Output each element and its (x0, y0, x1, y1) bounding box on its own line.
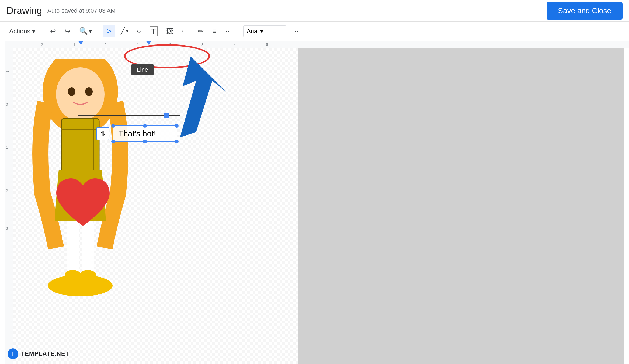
ruler-top: -2 -1 0 1 2 3 4 5 (13, 41, 629, 48)
select-tool-button[interactable]: ⊳ (103, 25, 115, 37)
text-tool-icon: T (150, 26, 157, 36)
top-bar-left: Drawing Auto-saved at 9:07:03 AM (6, 5, 116, 16)
canvas-area: -2 -1 0 1 2 3 4 5 -1 0 1 2 3 (0, 41, 629, 364)
right-doc-strip (624, 48, 629, 364)
ruler-row-top: -2 -1 0 1 2 3 4 5 (5, 41, 629, 48)
text-selection-box[interactable]: That's hot! (113, 125, 177, 142)
ruler-left: -1 0 1 2 3 (5, 48, 13, 364)
ruler-mark: 1 (137, 43, 139, 47)
image-tool-icon: 🖼 (166, 27, 173, 35)
ruler-left-mark: 3 (6, 226, 8, 230)
toolbar-divider-2 (99, 26, 99, 36)
handle-tr[interactable] (175, 124, 179, 128)
branding-text: TEMPLATE.NET (21, 350, 69, 357)
font-chevron-icon: ▾ (260, 28, 263, 35)
toolbar-divider-4 (239, 26, 239, 36)
font-label: Arial (247, 28, 259, 35)
handle-br[interactable] (175, 140, 179, 143)
undo-button[interactable]: ↩ (47, 25, 59, 37)
ruler-left-mark: 0 (6, 102, 8, 106)
font-selector[interactable]: Arial ▾ (243, 25, 286, 37)
pen-button[interactable]: ✏ (195, 25, 207, 37)
line-tooltip: Line (131, 64, 154, 75)
tools-end-button[interactable]: ‹ (179, 26, 187, 37)
handle-tc[interactable] (143, 124, 147, 128)
branding-logo: T (8, 348, 18, 359)
line-tool-icon: ╱ (121, 27, 125, 35)
line-chevron-icon: ▾ (126, 29, 128, 34)
main-canvas-container[interactable]: ⇅ That's hot! (13, 48, 624, 364)
line-weight-button[interactable]: ≡ (209, 25, 220, 37)
top-bar: Drawing Auto-saved at 9:07:03 AM Save an… (0, 0, 629, 22)
svg-point-14 (48, 275, 113, 296)
dash-style-icon: ⋯ (225, 27, 232, 35)
undo-icon: ↩ (50, 27, 56, 35)
line-weight-icon: ≡ (213, 27, 217, 35)
svg-point-1 (56, 67, 105, 121)
ruler-indicator-right (146, 41, 151, 45)
dash-style-button[interactable]: ⋯ (222, 25, 235, 37)
text-box-area: ⇅ That's hot! (96, 125, 177, 142)
handle-tl[interactable] (111, 124, 115, 128)
ruler-left-mark: 2 (6, 189, 8, 193)
ruler-indicator-left (78, 41, 84, 45)
branding-logo-letter: T (11, 350, 15, 357)
more-options-icon: ⋯ (292, 27, 299, 35)
svg-point-3 (85, 87, 93, 96)
autosave-status: Auto-saved at 9:07:03 AM (47, 7, 116, 14)
document-title: Drawing (6, 5, 42, 16)
image-tool-button[interactable]: 🖼 (163, 25, 176, 37)
line-midpoint-handle (164, 113, 169, 118)
ruler-mark: 3 (201, 43, 203, 47)
text-content: That's hot! (119, 129, 156, 138)
pen-icon: ✏ (198, 27, 204, 35)
toolbar-divider-3 (191, 26, 191, 36)
ruler-mark: 2 (169, 43, 171, 47)
save-close-button[interactable]: Save and Close (547, 2, 623, 20)
ruler-mark: 0 (105, 43, 106, 47)
ruler-left-mark: 1 (6, 145, 8, 150)
left-doc-strip (0, 41, 5, 364)
more-options-button[interactable]: ⋯ (289, 25, 302, 37)
actions-label: Actions (9, 27, 30, 35)
ruler-mark: -1 (72, 43, 75, 47)
handle-bc[interactable] (143, 140, 147, 143)
ruler-mark: 5 (266, 43, 268, 47)
svg-point-2 (68, 87, 75, 96)
ruler-mark: -2 (40, 43, 43, 47)
actions-chevron-icon: ▾ (32, 27, 35, 35)
actions-button[interactable]: Actions ▾ (5, 25, 39, 37)
zoom-icon: 🔍 (79, 27, 88, 35)
content-row: -1 0 1 2 3 (5, 48, 629, 364)
branding-container: T TEMPLATE.NET (8, 348, 69, 359)
svg-point-16 (80, 270, 96, 280)
toolbar-divider-1 (43, 26, 43, 36)
text-tool-button[interactable]: T (146, 24, 161, 38)
line-tooltip-label: Line (137, 66, 148, 73)
shape-tool-button[interactable]: ○ (134, 25, 144, 37)
drawing-canvas[interactable]: ⇅ That's hot! (13, 48, 298, 364)
end-chevron-icon: ‹ (182, 28, 184, 35)
toolbar: Actions ▾ ↩ ↪ 🔍 ▾ ⊳ ╱ ▾ ○ T 🖼 ‹ ✏ (0, 22, 629, 41)
ruler-left-mark: -1 (5, 71, 9, 74)
redo-icon: ↪ (65, 27, 71, 35)
svg-point-15 (65, 270, 81, 280)
shape-circle-icon: ○ (137, 27, 141, 35)
ruler-mark: 4 (234, 43, 236, 47)
select-icon: ⊳ (106, 27, 112, 35)
heart-shape (53, 172, 113, 232)
zoom-button[interactable]: 🔍 ▾ (76, 25, 95, 37)
handle-bl[interactable] (111, 140, 115, 143)
ruler-corner (5, 41, 13, 48)
zoom-chevron-icon: ▾ (89, 28, 92, 35)
line-tool-button[interactable]: ╱ ▾ (117, 25, 131, 37)
text-align-handle[interactable]: ⇅ (96, 127, 109, 140)
redo-button[interactable]: ↪ (61, 25, 74, 37)
